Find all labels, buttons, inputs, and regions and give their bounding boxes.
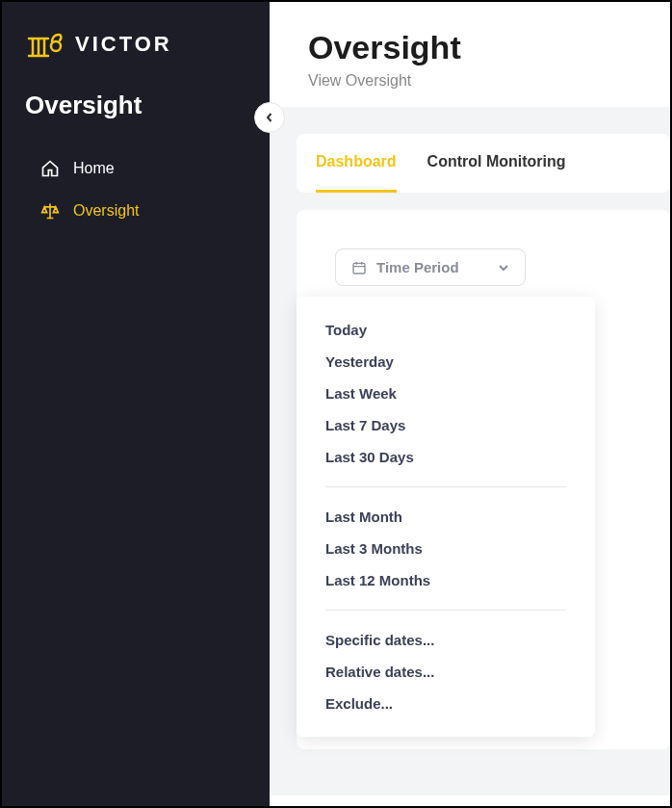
dropdown-item-last-7-days[interactable]: Last 7 Days	[297, 409, 595, 441]
dropdown-divider	[325, 610, 566, 611]
page-header: Oversight View Oversight	[270, 2, 670, 107]
dropdown-divider	[325, 486, 566, 487]
sidebar-section-title: Oversight	[2, 91, 270, 120]
time-period-button[interactable]: Time Period	[335, 248, 526, 286]
dropdown-item-specific-dates[interactable]: Specific dates...	[297, 624, 595, 656]
dropdown-item-exclude[interactable]: Exclude...	[297, 688, 595, 719]
calendar-icon	[351, 260, 367, 275]
brand-icon	[25, 25, 64, 64]
sidebar-item-home[interactable]: Home	[2, 147, 270, 190]
brand-name: VICTOR	[75, 32, 172, 57]
time-period-dropdown: Today Yesterday Last Week Last 7 Days La…	[297, 297, 595, 737]
dropdown-item-last-week[interactable]: Last Week	[297, 378, 595, 409]
brand-logo[interactable]: VICTOR	[2, 25, 270, 64]
chevron-left-icon	[265, 113, 274, 122]
sidebar-item-label: Oversight	[73, 202, 139, 220]
dropdown-item-yesterday[interactable]: Yesterday	[297, 346, 595, 378]
dropdown-item-relative-dates[interactable]: Relative dates...	[297, 656, 595, 688]
tab-dashboard[interactable]: Dashboard	[316, 134, 397, 193]
home-icon	[40, 159, 60, 178]
main-content: Oversight View Oversight Dashboard Contr…	[270, 2, 670, 806]
svg-point-0	[51, 41, 61, 51]
content-area: Dashboard Control Monitoring Time Period…	[270, 107, 670, 795]
page-title: Oversight	[308, 29, 632, 66]
dropdown-item-last-3-months[interactable]: Last 3 Months	[297, 533, 595, 564]
chevron-down-icon	[498, 262, 509, 274]
filter-card: Time Period Today Yesterday Last Week La…	[297, 210, 670, 749]
svg-rect-1	[353, 263, 365, 274]
tabs-card: Dashboard Control Monitoring	[297, 134, 670, 193]
page-subtitle: View Oversight	[308, 72, 632, 90]
sidebar-collapse-button[interactable]	[254, 102, 285, 133]
dropdown-item-last-12-months[interactable]: Last 12 Months	[297, 564, 595, 596]
tab-control-monitoring[interactable]: Control Monitoring	[427, 134, 566, 193]
sidebar-item-label: Home	[73, 160, 115, 177]
scales-icon	[40, 201, 60, 221]
dropdown-item-last-30-days[interactable]: Last 30 Days	[297, 441, 595, 473]
time-period-label: Time Period	[376, 259, 459, 275]
sidebar: VICTOR Oversight Home Oversight	[2, 2, 270, 806]
sidebar-item-oversight[interactable]: Oversight	[2, 190, 270, 232]
dropdown-item-last-month[interactable]: Last Month	[297, 501, 595, 533]
dropdown-item-today[interactable]: Today	[297, 314, 595, 346]
tabs: Dashboard Control Monitoring	[316, 134, 651, 193]
